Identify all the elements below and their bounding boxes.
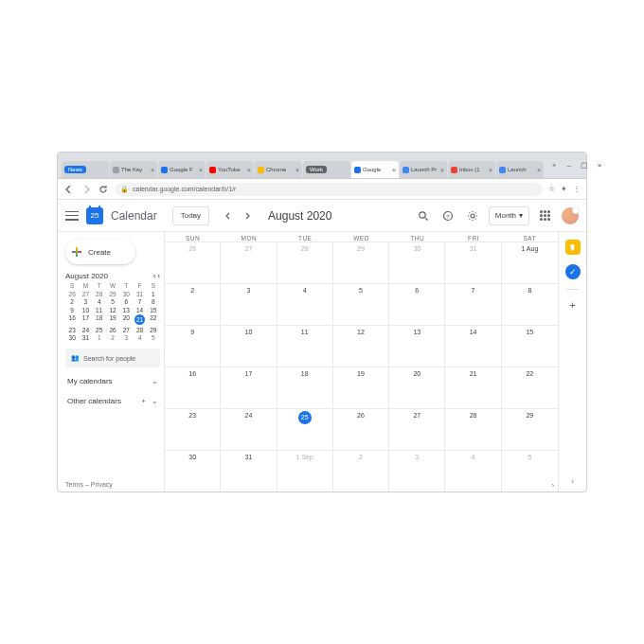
- day-cell[interactable]: 3: [389, 451, 445, 492]
- day-cell[interactable]: 13: [389, 326, 445, 367]
- day-cell[interactable]: 26: [333, 409, 389, 450]
- mini-day-cell[interactable]: 31: [79, 334, 92, 341]
- mini-day-cell[interactable]: 14: [133, 307, 146, 313]
- day-cell[interactable]: 11: [277, 326, 333, 367]
- close-tab-icon[interactable]: ×: [537, 167, 541, 173]
- browser-menu-icon[interactable]: ⋮: [573, 185, 581, 193]
- addons-button[interactable]: +: [569, 299, 575, 311]
- mini-day-cell[interactable]: 28: [93, 291, 106, 297]
- day-cell[interactable]: 2: [333, 451, 389, 492]
- mini-day-cell[interactable]: 1: [93, 334, 106, 341]
- browser-tab[interactable]: Launch×: [496, 161, 544, 178]
- search-icon[interactable]: [415, 207, 432, 224]
- day-cell[interactable]: 4: [277, 284, 333, 325]
- minimize-button[interactable]: –: [564, 161, 574, 170]
- mini-calendar[interactable]: August 2020 ‹ › SMTWTFS26272829303112345…: [65, 272, 160, 341]
- search-people-input[interactable]: 👥 Search for people: [65, 349, 160, 367]
- next-period-button[interactable]: [240, 208, 255, 224]
- day-cell[interactable]: 20: [389, 367, 445, 408]
- browser-tab[interactable]: News: [62, 161, 109, 178]
- mini-day-cell[interactable]: 28: [133, 327, 146, 333]
- mini-day-cell[interactable]: 25: [93, 327, 106, 333]
- close-tab-icon[interactable]: ×: [489, 167, 492, 173]
- browser-tab[interactable]: Google F×: [158, 161, 206, 178]
- address-bar[interactable]: 🔒 calendar.google.com/calendar/b/1/r: [115, 183, 543, 196]
- footer-links[interactable]: Terms – Privacy: [65, 481, 113, 488]
- close-tab-icon[interactable]: ×: [392, 167, 396, 173]
- browser-tab[interactable]: The Key×: [110, 161, 157, 178]
- mini-day-cell[interactable]: 17: [79, 314, 92, 325]
- my-calendars-section[interactable]: My calendars ⌄: [65, 375, 160, 387]
- mini-day-cell[interactable]: 30: [65, 334, 79, 341]
- mini-day-cell[interactable]: 29: [147, 327, 160, 333]
- mini-day-cell[interactable]: 5: [147, 334, 160, 341]
- mini-day-cell[interactable]: 4: [133, 334, 146, 341]
- browser-tab[interactable]: Chrome×: [255, 161, 302, 178]
- day-cell[interactable]: 27: [389, 409, 445, 450]
- mini-day-cell[interactable]: 3: [79, 298, 92, 305]
- chevron-down-icon[interactable]: ⌄: [152, 377, 158, 385]
- mini-day-cell[interactable]: 20: [119, 314, 133, 325]
- day-cell[interactable]: 31: [445, 242, 501, 283]
- mini-day-cell[interactable]: 6: [119, 298, 133, 305]
- tasks-icon[interactable]: ✓: [565, 264, 581, 279]
- day-cell[interactable]: 5: [333, 284, 389, 325]
- mini-day-cell[interactable]: 30: [119, 291, 133, 297]
- mini-day-cell[interactable]: 29: [106, 291, 119, 297]
- month-grid[interactable]: 2627282930311 Aug23456789101112131415161…: [165, 242, 558, 492]
- day-cell[interactable]: 24: [221, 409, 277, 450]
- reload-button[interactable]: [98, 184, 109, 195]
- forward-button[interactable]: [80, 184, 92, 195]
- day-cell[interactable]: 16: [165, 367, 221, 408]
- mini-day-cell[interactable]: 15: [147, 307, 160, 313]
- main-menu-button[interactable]: [65, 211, 79, 221]
- close-tab-icon[interactable]: ×: [151, 167, 154, 173]
- browser-tab[interactable]: Launch Pr×: [400, 161, 447, 178]
- browser-tab[interactable]: Inbox (1×: [448, 161, 495, 178]
- mini-day-cell[interactable]: 4: [93, 298, 106, 305]
- day-cell[interactable]: 25: [277, 409, 333, 450]
- mini-day-cell[interactable]: 10: [79, 307, 92, 313]
- mini-day-cell[interactable]: 12: [106, 307, 119, 313]
- day-cell[interactable]: 27: [221, 242, 277, 283]
- mini-next-button[interactable]: ›: [157, 272, 160, 280]
- day-cell[interactable]: 29: [502, 409, 558, 450]
- day-cell[interactable]: 9: [165, 326, 221, 367]
- gear-icon[interactable]: [464, 207, 481, 224]
- mini-day-cell[interactable]: 11: [93, 307, 106, 313]
- close-window-button[interactable]: ×: [595, 161, 604, 170]
- day-cell[interactable]: 29: [333, 242, 389, 283]
- day-cell[interactable]: 28: [445, 409, 501, 450]
- day-cell[interactable]: 7: [445, 284, 501, 325]
- day-cell[interactable]: 17: [221, 367, 277, 408]
- mini-day-cell[interactable]: 2: [65, 298, 79, 305]
- keep-icon[interactable]: [565, 240, 581, 255]
- support-icon[interactable]: ?: [439, 207, 456, 224]
- day-cell[interactable]: 14: [445, 326, 501, 367]
- star-icon[interactable]: ☆: [548, 185, 555, 193]
- day-cell[interactable]: 12: [333, 326, 389, 367]
- day-cell[interactable]: 22: [502, 367, 558, 408]
- day-cell[interactable]: 4: [445, 451, 501, 492]
- day-cell[interactable]: 2: [165, 284, 221, 325]
- day-cell[interactable]: 5›: [502, 451, 558, 492]
- close-tab-icon[interactable]: ×: [199, 167, 203, 173]
- mini-day-cell[interactable]: 24: [79, 327, 92, 333]
- browser-tab[interactable]: Google×: [351, 161, 399, 178]
- day-cell[interactable]: 1 Aug: [502, 242, 558, 283]
- mini-day-cell[interactable]: 9: [65, 307, 79, 313]
- create-button[interactable]: Create: [65, 240, 135, 264]
- mini-day-cell[interactable]: 16: [65, 314, 79, 325]
- today-button[interactable]: Today: [172, 206, 209, 225]
- day-cell[interactable]: 1 Sep: [277, 451, 333, 492]
- day-cell[interactable]: 3: [221, 284, 277, 325]
- close-tab-icon[interactable]: ×: [247, 167, 251, 173]
- mini-day-cell[interactable]: 8: [147, 298, 160, 305]
- back-button[interactable]: [63, 184, 75, 195]
- mini-day-cell[interactable]: 3: [119, 334, 133, 341]
- mini-day-cell[interactable]: 18: [93, 314, 106, 325]
- mini-day-cell[interactable]: 19: [106, 314, 119, 325]
- mini-day-cell[interactable]: 27: [79, 291, 92, 297]
- maximize-button[interactable]: ▢: [580, 161, 589, 170]
- mini-day-cell[interactable]: 26: [65, 291, 79, 297]
